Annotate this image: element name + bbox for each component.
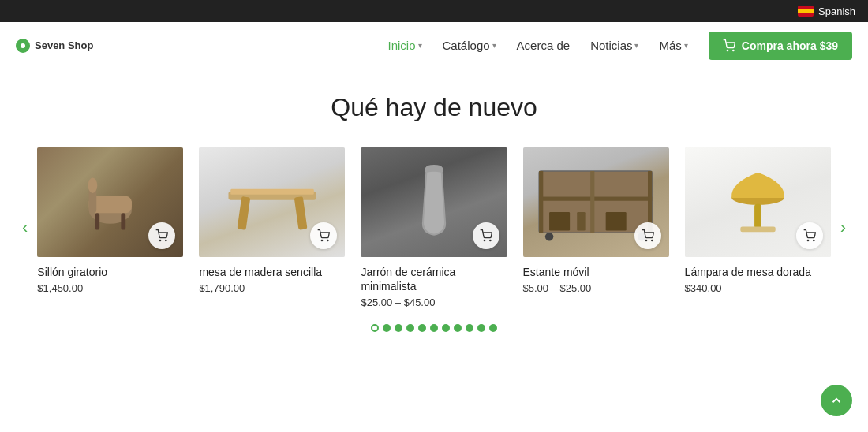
product-name-3: Jarrón de cerámica minimalista [361,265,507,293]
navbar: Seven Shop Inicio ▾ Catálogo ▾ Acerca de… [0,22,868,69]
section-title: Qué hay de nuevo [16,93,852,122]
product-price-5: $340.00 [685,282,831,294]
svg-point-15 [322,240,323,240]
products-grid: Sillón giratorio $1,450.00 [37,147,830,308]
nav-item-acerca[interactable]: Acerca de [509,34,578,57]
product-card-4[interactable]: Estante móvil $5.00 – $25.00 [523,147,669,308]
svg-point-30 [651,240,652,240]
product-price-2: $1,790.00 [199,282,345,294]
main-content: Qué hay de nuevo ‹ [0,69,868,348]
lamp-illustration [714,158,802,246]
chevron-down-icon: ▾ [634,41,638,50]
nav-link-mas[interactable]: Más ▾ [651,34,695,57]
nav-link-inicio[interactable]: Inicio ▾ [380,34,430,57]
svg-rect-24 [550,212,571,230]
buy-now-button[interactable]: Compra ahora $39 [709,32,852,60]
product-name-2: mesa de madera sencilla [199,265,345,279]
add-to-cart-button-5[interactable] [796,222,823,249]
svg-point-8 [88,177,98,192]
logo[interactable]: Seven Shop [16,39,93,53]
language-selector[interactable]: Spanish [798,6,855,17]
dot-10[interactable] [489,324,497,332]
dot-1[interactable] [383,324,391,332]
product-name-4: Estante móvil [523,265,669,279]
chevron-down-icon: ▾ [492,41,496,50]
svg-rect-5 [95,213,99,229]
pagination-dots [16,324,852,332]
svg-rect-32 [754,204,761,229]
dot-3[interactable] [406,324,414,332]
vase-illustration [405,164,463,240]
svg-point-34 [807,240,808,240]
product-image-2 [199,147,345,257]
product-image-3 [361,147,507,257]
svg-rect-25 [578,212,586,230]
svg-point-18 [489,240,490,240]
product-image-1 [37,147,183,257]
svg-rect-33 [740,226,775,232]
language-label: Spanish [818,6,855,17]
logo-icon [16,39,30,53]
nav-link-acerca[interactable]: Acerca de [509,34,578,57]
svg-rect-23 [591,171,595,233]
svg-point-27 [545,233,553,240]
svg-point-35 [813,240,814,240]
svg-point-17 [484,240,485,240]
product-price-1: $1,450.00 [37,282,183,294]
products-wrapper: ‹ [16,147,852,308]
product-image-4 [523,147,669,257]
product-price-3: $25.00 – $45.00 [361,296,507,308]
chair-illustration [59,164,162,240]
svg-point-29 [645,240,646,240]
svg-point-0 [21,43,25,48]
dot-7[interactable] [454,324,462,332]
dot-2[interactable] [395,324,402,332]
spain-flag-icon [798,6,814,17]
dot-6[interactable] [442,324,450,332]
svg-point-9 [160,240,161,240]
svg-rect-21 [539,171,543,233]
nav-link-noticias[interactable]: Noticias ▾ [582,34,646,57]
svg-rect-13 [294,196,308,230]
dot-8[interactable] [466,324,473,332]
nav-item-noticias[interactable]: Noticias ▾ [582,34,646,57]
svg-point-2 [732,50,733,50]
nav-item-inicio[interactable]: Inicio ▾ [380,34,430,57]
chevron-down-icon: ▾ [418,41,422,50]
add-to-cart-button-4[interactable] [634,222,661,249]
product-name-5: Lámpara de mesa dorada [685,265,831,279]
svg-point-16 [327,240,328,240]
nav-item-mas[interactable]: Más ▾ [651,34,695,57]
dot-9[interactable] [477,324,485,332]
add-to-cart-button-1[interactable] [148,222,175,249]
dot-4[interactable] [418,324,426,332]
add-to-cart-button-3[interactable] [473,222,499,249]
product-card-1[interactable]: Sillón giratorio $1,450.00 [37,147,183,308]
logo-text: Seven Shop [35,39,93,51]
top-bar: Spanish [0,0,868,22]
product-name-1: Sillón giratorio [37,265,183,279]
svg-point-10 [166,240,166,240]
next-arrow-button[interactable]: › [834,211,852,244]
product-card-3[interactable]: Jarrón de cerámica minimalista $25.00 – … [361,147,507,308]
nav-link-catalogo[interactable]: Catálogo ▾ [435,34,504,57]
cart-icon [723,39,735,52]
add-to-cart-button-2[interactable] [310,222,337,249]
svg-rect-26 [606,212,627,230]
svg-rect-12 [237,196,250,230]
chevron-down-icon: ▾ [684,41,688,50]
product-card-2[interactable]: mesa de madera sencilla $1,790.00 [199,147,345,308]
prev-arrow-button[interactable]: ‹ [16,211,34,244]
dot-5[interactable] [430,324,438,332]
nav-item-catalogo[interactable]: Catálogo ▾ [435,34,504,57]
svg-rect-14 [230,189,313,195]
svg-rect-6 [121,213,125,229]
product-price-4: $5.00 – $25.00 [523,282,669,294]
product-card-5[interactable]: Lámpara de mesa dorada $340.00 [685,147,831,308]
nav-links: Inicio ▾ Catálogo ▾ Acerca de Noticias ▾… [380,34,696,57]
dot-0[interactable] [371,324,379,332]
product-image-5 [685,147,831,257]
svg-rect-20 [539,197,652,201]
svg-point-1 [727,50,728,50]
